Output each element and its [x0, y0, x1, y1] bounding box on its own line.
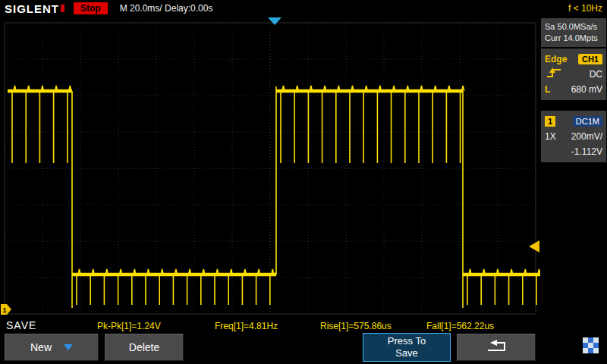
run-state-badge: Stop	[74, 2, 108, 14]
channel-offset-readout: -1.112V	[571, 146, 602, 157]
menu-page-icon[interactable]	[583, 337, 599, 353]
trigger-mode-label: Edge	[545, 54, 567, 64]
frequency-counter: f < 10Hz	[568, 3, 602, 14]
trigger-source-badge: CH1	[578, 54, 602, 64]
sample-rate-readout: Sa 50.0MSa/s	[545, 21, 602, 33]
measurement-freq: Freq[1]=4.81Hz	[215, 321, 278, 331]
waveform-display: 1	[0, 17, 540, 318]
trigger-panel: Edge CH1 DC L 680 mV	[541, 49, 606, 100]
probe-attenuation-label: 1X	[545, 131, 556, 142]
timebase-readout: M 20.0ms/ Delay:0.00s	[120, 3, 213, 14]
trigger-level-value: 680 mV	[571, 84, 602, 95]
brand-logo-accent	[61, 5, 64, 12]
oscilloscope-screen: SIGLENT Stop M 20.0ms/ Delay:0.00s f < 1…	[0, 0, 607, 364]
menu-title: SAVE	[6, 319, 36, 331]
return-icon	[481, 339, 511, 356]
channel-coupling-badge: DC1M	[573, 116, 602, 127]
press-to-save-button[interactable]: Press To Save	[363, 333, 451, 362]
measurement-fall: Fall[1]=562.22us	[426, 321, 494, 331]
press-to-save-label: Press To Save	[377, 335, 436, 359]
rising-edge-icon	[545, 67, 563, 82]
volts-per-div-readout: 200mV/	[571, 131, 602, 142]
trigger-level-label: L	[545, 84, 550, 95]
delete-button-label: Delete	[129, 341, 159, 353]
return-button[interactable]	[457, 334, 536, 361]
channel-badge: 1	[545, 116, 555, 127]
new-button[interactable]: New	[5, 334, 99, 361]
sidebar: Sa 50.0MSa/s Curr 14.0Mpts Edge CH1 DC L…	[540, 17, 607, 318]
graticule	[5, 23, 536, 314]
measurement-rise: Rise[1]=575.86us	[320, 321, 392, 331]
top-bar: SIGLENT Stop M 20.0ms/ Delay:0.00s f < 1…	[0, 0, 607, 17]
memory-depth-readout: Curr 14.0Mpts	[545, 33, 602, 44]
trigger-position-marker	[268, 17, 281, 25]
trigger-level-marker	[529, 240, 539, 253]
status-row: SAVE Pk-Pk[1]=1.24V Freq[1]=4.81Hz Rise[…	[0, 318, 540, 331]
brand-logo: SIGLENT	[5, 2, 59, 15]
measurement-pkpk: Pk-Pk[1]=1.24V	[97, 321, 161, 331]
channel-ground-marker-label: 1	[3, 306, 7, 314]
chevron-down-icon	[64, 344, 73, 350]
new-button-label: New	[30, 341, 52, 353]
acquisition-panel: Sa 50.0MSa/s Curr 14.0Mpts	[541, 18, 606, 47]
trigger-coupling-label: DC	[590, 69, 602, 80]
delete-button[interactable]: Delete	[105, 334, 184, 361]
softkey-menu: New Delete Press To Save	[0, 332, 607, 364]
channel-panel: 1 DC1M 1X 200mV/ -1.112V	[541, 111, 606, 162]
